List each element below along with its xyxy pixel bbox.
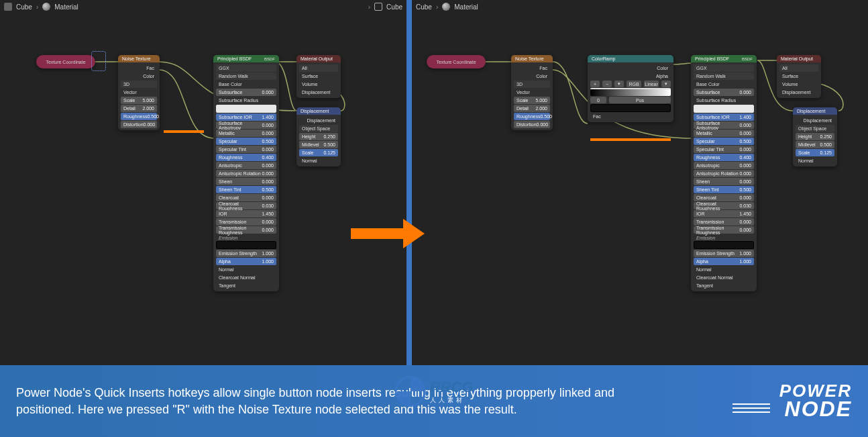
specular-field[interactable]: Specular0.500 bbox=[694, 138, 754, 145]
scale-field[interactable]: Scale0.125 bbox=[299, 149, 338, 156]
detail-field[interactable]: Detail2.000 bbox=[514, 105, 550, 112]
distribution-select[interactable]: GGX bbox=[216, 64, 276, 72]
distribution-select[interactable]: GGX bbox=[694, 64, 754, 72]
sheen-tint-field[interactable]: Sheen Tint0.500 bbox=[694, 186, 754, 193]
transmission-field[interactable]: Transmission0.000 bbox=[694, 218, 754, 226]
node-header[interactable]: Material Output bbox=[296, 55, 341, 62]
metallic-field[interactable]: Metallic0.000 bbox=[694, 130, 754, 137]
subsurface-method-select[interactable]: Random Walk bbox=[694, 72, 754, 80]
remove-stop-button[interactable]: − bbox=[602, 81, 612, 87]
ior-field[interactable]: IOR1.450 bbox=[694, 210, 754, 217]
node-texture-coordinate[interactable]: Texture Coordinate bbox=[36, 55, 95, 68]
roughness-field[interactable]: Roughness0.500 bbox=[514, 113, 550, 120]
subsurface-anisotropy-field[interactable]: Subsurface Anisotropy0.000 bbox=[694, 122, 754, 129]
alpha-field[interactable]: Alpha1.000 bbox=[694, 258, 754, 265]
dimension-select[interactable]: 3D bbox=[121, 81, 157, 88]
roughness-field[interactable]: Roughness0.400 bbox=[694, 154, 754, 161]
node-noise-texture[interactable]: Noise Texture Fac Color 3D Vector Scale5… bbox=[118, 55, 160, 130]
specular-tint-field[interactable]: Specular Tint0.000 bbox=[216, 146, 276, 153]
dimension-select[interactable]: 3D bbox=[514, 81, 550, 88]
specular-tint-field[interactable]: Specular Tint0.000 bbox=[694, 146, 754, 153]
node-material-output[interactable]: Material Output All Surface Volume Displ… bbox=[777, 55, 821, 98]
node-header[interactable]: Principled BSDF BSDF bbox=[691, 55, 757, 62]
breadcrumb-item[interactable]: Cube bbox=[416, 3, 432, 11]
emission-strength-field[interactable]: Emission Strength1.000 bbox=[694, 250, 754, 257]
anisotropic-rotation-field[interactable]: Anisotropic Rotation0.000 bbox=[694, 170, 754, 177]
metallic-field[interactable]: Metallic0.000 bbox=[216, 130, 276, 137]
midlevel-field[interactable]: Midlevel0.500 bbox=[299, 141, 338, 148]
height-field[interactable]: Height0.250 bbox=[796, 133, 834, 140]
emission-color-swatch[interactable] bbox=[216, 241, 276, 249]
add-stop-button[interactable]: + bbox=[590, 81, 600, 87]
ior-field[interactable]: IOR1.450 bbox=[216, 210, 276, 217]
node-header[interactable]: Principled BSDF BSDF bbox=[213, 55, 279, 62]
specular-field[interactable]: Specular0.500 bbox=[216, 138, 276, 145]
node-header[interactable]: Material Output bbox=[777, 55, 821, 62]
scale-field[interactable]: Scale5.000 bbox=[514, 97, 550, 104]
dropdown-button[interactable]: ▾ bbox=[661, 81, 671, 87]
subsurface-anisotropy-field[interactable]: Subsurface Anisotropy0.000 bbox=[216, 122, 276, 129]
alpha-field[interactable]: Alpha1.000 bbox=[216, 258, 276, 265]
node-colorramp[interactable]: ColorRamp Color Alpha + − ▾ RGB Linear ▾ bbox=[588, 55, 673, 122]
node-material-output[interactable]: Material Output All Surface Volume Displ… bbox=[296, 55, 341, 98]
breadcrumb-extra[interactable]: Cube bbox=[386, 3, 402, 11]
node-header[interactable]: Displacement bbox=[296, 107, 341, 115]
anisotropic-rotation-field[interactable]: Anisotropic Rotation0.000 bbox=[216, 170, 276, 177]
node-texture-coordinate[interactable]: Texture Coordinate bbox=[427, 55, 486, 68]
scale-field[interactable]: Scale5.000 bbox=[121, 97, 157, 104]
subsurface-method-select[interactable]: Random Walk bbox=[216, 72, 276, 80]
node-header[interactable]: Noise Texture bbox=[118, 55, 160, 62]
anisotropic-field[interactable]: Anisotropic0.000 bbox=[216, 162, 276, 169]
subsurface-ior-field[interactable]: Subsurface IOR1.400 bbox=[216, 113, 276, 121]
node-header[interactable]: Noise Texture bbox=[511, 55, 553, 62]
clearcoat-field[interactable]: Clearcoat0.000 bbox=[694, 194, 754, 201]
breadcrumb-item[interactable]: Cube bbox=[16, 3, 32, 11]
roughness-field[interactable]: Roughness0.500 bbox=[121, 113, 157, 120]
stop-position-field[interactable]: Pos bbox=[609, 97, 671, 103]
clearcoat-roughness-field[interactable]: Clearcoat Roughness0.030 bbox=[216, 202, 276, 209]
target-select[interactable]: All bbox=[299, 64, 338, 72]
node-principled-bsdf[interactable]: Principled BSDF BSDF GGXRandom WalkBase … bbox=[213, 55, 279, 291]
subsurface-field[interactable]: Subsurface0.000 bbox=[694, 89, 754, 96]
space-select[interactable]: Object Space bbox=[299, 125, 338, 132]
mode-select[interactable]: RGB bbox=[627, 81, 641, 87]
node-principled-bsdf[interactable]: Principled BSDF BSDF GGXRandom WalkBase … bbox=[691, 55, 757, 291]
detail-field[interactable]: Detail2.000 bbox=[121, 105, 157, 112]
transmission-roughness-field[interactable]: Transmission Roughness0.000 bbox=[694, 226, 754, 234]
transmission-roughness-field[interactable]: Transmission Roughness0.000 bbox=[216, 226, 276, 234]
scale-field[interactable]: Scale0.125 bbox=[796, 149, 834, 156]
gradient-bar[interactable] bbox=[590, 88, 671, 96]
clearcoat-roughness-field[interactable]: Clearcoat Roughness0.030 bbox=[694, 202, 754, 209]
sheen-field[interactable]: Sheen0.000 bbox=[694, 178, 754, 185]
stop-color-swatch[interactable] bbox=[590, 104, 671, 112]
dropdown-button[interactable]: ▾ bbox=[614, 81, 624, 87]
space-select[interactable]: Object Space bbox=[796, 125, 834, 132]
height-field[interactable]: Height0.250 bbox=[299, 133, 338, 140]
sheen-tint-field[interactable]: Sheen Tint0.500 bbox=[216, 186, 276, 193]
roughness-field[interactable]: Roughness0.400 bbox=[216, 154, 276, 161]
emission-strength-field[interactable]: Emission Strength1.000 bbox=[216, 250, 276, 257]
node-noise-texture[interactable]: Noise Texture Fac Color 3D Vector Scale5… bbox=[511, 55, 553, 130]
node-canvas-left[interactable]: Texture Coordinate Noise Texture Fac Col… bbox=[0, 13, 406, 365]
breadcrumb-item[interactable]: Material bbox=[54, 3, 78, 11]
stop-index[interactable]: 0 bbox=[590, 97, 606, 103]
target-select[interactable]: All bbox=[779, 64, 818, 72]
node-header[interactable]: ColorRamp bbox=[588, 55, 673, 62]
subsurface-ior-field[interactable]: Subsurface IOR1.400 bbox=[694, 113, 754, 121]
subsurface-field[interactable]: Subsurface0.000 bbox=[216, 89, 276, 96]
subsurface-color-swatch[interactable] bbox=[216, 105, 276, 113]
emission-color-swatch[interactable] bbox=[694, 241, 754, 249]
breadcrumb-item[interactable]: Material bbox=[454, 3, 478, 11]
interp-select[interactable]: Linear bbox=[644, 81, 659, 87]
node-canvas-right[interactable]: Texture Coordinate Noise Texture Fac Col… bbox=[412, 13, 868, 365]
node-displacement[interactable]: Displacement Displacement Object Space H… bbox=[296, 107, 341, 166]
distortion-field[interactable]: Distortion0.000 bbox=[514, 121, 550, 128]
sheen-field[interactable]: Sheen0.000 bbox=[216, 178, 276, 185]
clearcoat-field[interactable]: Clearcoat0.000 bbox=[216, 194, 276, 201]
midlevel-field[interactable]: Midlevel0.500 bbox=[796, 141, 834, 148]
subsurface-color-swatch[interactable] bbox=[694, 105, 754, 113]
anisotropic-field[interactable]: Anisotropic0.000 bbox=[694, 162, 754, 169]
node-displacement[interactable]: Displacement Displacement Object Space H… bbox=[793, 107, 837, 166]
node-header[interactable]: Displacement bbox=[793, 107, 837, 115]
distortion-field[interactable]: Distortion0.000 bbox=[121, 121, 157, 128]
